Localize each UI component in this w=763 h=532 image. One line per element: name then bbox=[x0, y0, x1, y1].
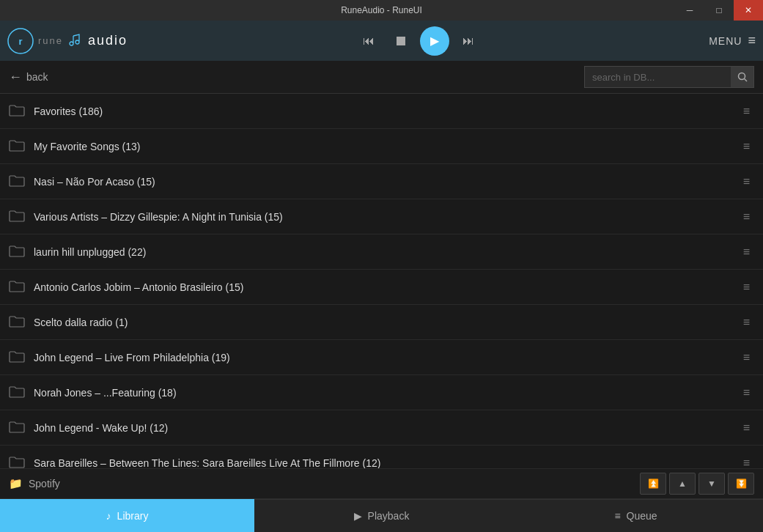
playlist-item[interactable]: John Legend – Live From Philadelphia (19… bbox=[0, 340, 763, 375]
play-button[interactable]: ▶ bbox=[420, 26, 449, 56]
logo-rune-text: rune bbox=[38, 35, 63, 46]
svg-rect-2 bbox=[397, 37, 405, 45]
window-title: RuneAudio - RuneUI bbox=[341, 5, 422, 15]
item-text: Favorites (186) bbox=[34, 106, 739, 117]
playlist-item[interactable]: Antonio Carlos Jobim – Antonio Brasileir… bbox=[0, 270, 763, 305]
logo-audio-text: audio bbox=[88, 33, 128, 48]
item-menu-icon[interactable]: ≡ bbox=[739, 348, 754, 367]
item-text: Antonio Carlos Jobim – Antonio Brasileir… bbox=[34, 281, 739, 293]
playback-icon: ▶ bbox=[354, 510, 362, 522]
playlist-container: Favorites (186) ≡ My Favorite Songs (13)… bbox=[0, 94, 763, 468]
folder-icon bbox=[9, 174, 26, 189]
search-area bbox=[584, 66, 754, 88]
item-text: John Legend - Wake Up! (12) bbox=[34, 422, 739, 434]
bottom-tabs: ♪ Library ▶ Playback ≡ Queue bbox=[0, 499, 763, 532]
folder-icon bbox=[9, 315, 26, 330]
item-menu-icon[interactable]: ≡ bbox=[739, 172, 754, 191]
stop-button[interactable] bbox=[388, 28, 414, 54]
playlist-item[interactable]: Various Artists – Dizzy Gillespie: A Nig… bbox=[0, 199, 763, 234]
folder-icon bbox=[9, 350, 26, 365]
folder-icon bbox=[9, 456, 26, 469]
tab-playback[interactable]: ▶ Playback bbox=[254, 499, 509, 532]
source-label: Spotify bbox=[29, 478, 640, 489]
item-menu-icon[interactable]: ≡ bbox=[739, 278, 754, 297]
scroll-top-button[interactable]: ⏫ bbox=[640, 473, 666, 495]
item-text: Norah Jones – ...Featuring (18) bbox=[34, 387, 739, 399]
next-button[interactable]: ⏭ bbox=[455, 28, 482, 54]
playlist-item[interactable]: Favorites (186) ≡ bbox=[0, 94, 763, 129]
svg-text:r: r bbox=[18, 36, 22, 47]
scroll-down-button[interactable]: ▼ bbox=[699, 473, 725, 495]
title-bar: RuneAudio - RuneUI ─ □ ✕ bbox=[0, 0, 763, 21]
playlist-item[interactable]: John Legend - Wake Up! (12) ≡ bbox=[0, 410, 763, 446]
search-input[interactable] bbox=[584, 66, 731, 88]
minimize-button[interactable]: ─ bbox=[675, 0, 704, 21]
logo: r rune audio bbox=[7, 28, 128, 54]
item-text: laurin hill unplugged (22) bbox=[34, 246, 739, 258]
item-text: Sara Bareilles – Between The Lines: Sara… bbox=[34, 457, 739, 469]
item-menu-icon[interactable]: ≡ bbox=[739, 243, 754, 262]
svg-line-4 bbox=[744, 79, 747, 82]
source-folder-icon: 📁 bbox=[9, 477, 23, 490]
item-menu-icon[interactable]: ≡ bbox=[739, 102, 754, 121]
library-label: Library bbox=[117, 510, 149, 522]
menu-icon[interactable]: ≡ bbox=[748, 33, 756, 48]
playlist-item[interactable]: laurin hill unplugged (22) ≡ bbox=[0, 234, 763, 270]
folder-icon bbox=[9, 245, 26, 259]
scroll-up-button[interactable]: ▲ bbox=[669, 473, 696, 495]
source-bar: 📁 Spotify ⏫ ▲ ▼ ⏬ bbox=[0, 468, 763, 499]
playlist-item[interactable]: Norah Jones – ...Featuring (18) ≡ bbox=[0, 375, 763, 410]
item-text: Nasi – Não Por Acaso (15) bbox=[34, 176, 739, 188]
back-arrow-icon: ← bbox=[9, 70, 22, 85]
folder-icon bbox=[9, 280, 26, 295]
transport-controls: ⏮ ▶ ⏭ bbox=[355, 26, 482, 56]
playlist-item[interactable]: Sara Bareilles – Between The Lines: Sara… bbox=[0, 446, 763, 468]
svg-point-3 bbox=[738, 73, 745, 80]
logo-music-icon bbox=[67, 33, 84, 49]
queue-label: Queue bbox=[627, 510, 657, 522]
item-text: Various Artists – Dizzy Gillespie: A Nig… bbox=[34, 211, 739, 223]
playlist-item[interactable]: My Favorite Songs (13) ≡ bbox=[0, 129, 763, 164]
back-label: back bbox=[26, 71, 48, 83]
back-button[interactable]: ← back bbox=[9, 70, 48, 85]
scroll-bottom-button[interactable]: ⏬ bbox=[728, 473, 754, 495]
folder-icon bbox=[9, 104, 26, 119]
item-text: Scelto dalla radio (1) bbox=[34, 317, 739, 328]
folder-icon bbox=[9, 421, 26, 435]
item-menu-icon[interactable]: ≡ bbox=[739, 137, 754, 156]
item-menu-icon[interactable]: ≡ bbox=[739, 383, 754, 402]
item-menu-icon[interactable]: ≡ bbox=[739, 418, 754, 437]
item-menu-icon[interactable]: ≡ bbox=[739, 313, 754, 332]
playlist-item[interactable]: Scelto dalla radio (1) ≡ bbox=[0, 305, 763, 340]
item-text: My Favorite Songs (13) bbox=[34, 141, 739, 152]
scroll-buttons: ⏫ ▲ ▼ ⏬ bbox=[640, 473, 754, 495]
item-text: John Legend – Live From Philadelphia (19… bbox=[34, 352, 739, 363]
logo-icon: r bbox=[7, 28, 34, 54]
close-button[interactable]: ✕ bbox=[734, 0, 763, 21]
menu-area: MENU ≡ bbox=[709, 33, 756, 48]
menu-label[interactable]: MENU bbox=[709, 35, 742, 47]
tab-queue[interactable]: ≡ Queue bbox=[509, 499, 763, 532]
item-menu-icon[interactable]: ≡ bbox=[739, 454, 754, 469]
folder-icon bbox=[9, 385, 26, 400]
library-icon: ♪ bbox=[106, 510, 111, 522]
search-icon bbox=[737, 72, 748, 82]
window-controls: ─ □ ✕ bbox=[675, 0, 763, 21]
folder-icon bbox=[9, 210, 26, 224]
item-menu-icon[interactable]: ≡ bbox=[739, 207, 754, 226]
playback-label: Playback bbox=[368, 510, 410, 522]
prev-button[interactable]: ⏮ bbox=[355, 28, 382, 54]
sub-header: ← back bbox=[0, 61, 763, 94]
search-button[interactable] bbox=[731, 66, 754, 88]
nav-bar: r rune audio ⏮ ▶ ⏭ MENU ≡ bbox=[0, 21, 763, 61]
playlist-item[interactable]: Nasi – Não Por Acaso (15) ≡ bbox=[0, 164, 763, 199]
maximize-button[interactable]: □ bbox=[704, 0, 734, 21]
folder-icon bbox=[9, 139, 26, 154]
queue-icon: ≡ bbox=[614, 510, 620, 522]
tab-library[interactable]: ♪ Library bbox=[0, 499, 254, 532]
